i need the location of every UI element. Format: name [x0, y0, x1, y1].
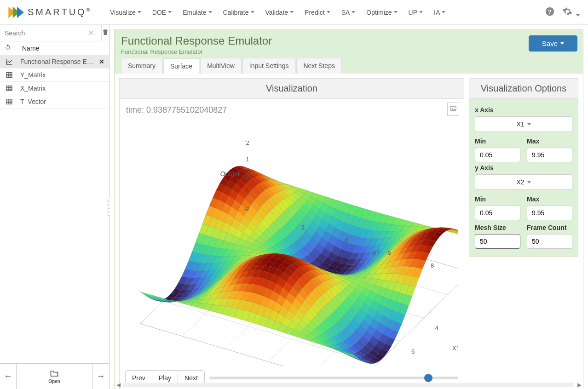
- tree: Functional Response Emula..✕Y_MatrixX_Ma…: [0, 55, 109, 363]
- tree-item[interactable]: X_Matrix: [0, 82, 109, 95]
- save-button[interactable]: Save: [529, 35, 577, 51]
- x-max-input[interactable]: [527, 148, 572, 162]
- logo-icon: [8, 6, 26, 19]
- tree-item-label: T_Vector: [20, 98, 104, 105]
- svg-text:6: 6: [387, 249, 391, 256]
- y-axis-dropdown[interactable]: X2: [475, 174, 572, 190]
- y-axis-label: y Axis: [475, 164, 572, 172]
- top-bar: SMARTUQ® VisualizeDOEEmulateCalibrateVal…: [0, 0, 588, 25]
- gear-icon[interactable]: [562, 6, 580, 18]
- main-panel: Functional Response Emulator Functional …: [110, 25, 588, 389]
- menu-sa[interactable]: SA: [337, 5, 360, 20]
- x-min-input[interactable]: [475, 148, 520, 162]
- close-icon[interactable]: ✕: [99, 58, 104, 65]
- export-image-icon[interactable]: [447, 103, 459, 116]
- surface-plot[interactable]: 210-1-2Output24682468X2X1: [125, 118, 458, 366]
- svg-marker-2: [17, 6, 24, 17]
- chart-icon: [5, 58, 14, 65]
- svg-text:4: 4: [345, 237, 348, 244]
- tree-item-label: Y_Matrix: [20, 71, 104, 79]
- slider-thumb[interactable]: [424, 374, 432, 382]
- svg-text:-1: -1: [244, 189, 249, 196]
- tab-input-settings[interactable]: Input Settings: [242, 58, 296, 74]
- search-input[interactable]: [5, 29, 85, 37]
- open-button[interactable]: Open: [17, 364, 92, 389]
- x-axis-dropdown[interactable]: X1: [475, 116, 572, 132]
- brand-text: SMARTUQ®: [28, 7, 92, 17]
- tree-item[interactable]: Functional Response Emula..✕: [0, 55, 109, 69]
- menu-optimize[interactable]: Optimize: [362, 5, 402, 20]
- table-icon: [5, 85, 14, 92]
- menu-emulate[interactable]: Emulate: [178, 5, 216, 20]
- svg-point-21: [452, 108, 453, 109]
- x-axis-label: x Axis: [475, 106, 572, 114]
- menu-doe[interactable]: DOE: [148, 5, 176, 20]
- tab-multiview[interactable]: MultiView: [200, 58, 242, 74]
- frame-count-input[interactable]: [527, 234, 572, 249]
- sidebar: ✕ Name Functional Response Emula..✕Y_Mat…: [0, 25, 110, 389]
- table-icon: [5, 98, 14, 105]
- refresh-icon[interactable]: [5, 44, 14, 52]
- svg-text:-2: -2: [244, 206, 249, 212]
- folder-icon: [48, 369, 60, 378]
- tab-summary[interactable]: Summary: [121, 58, 162, 74]
- time-label: time: 0.9387755102040827: [126, 105, 458, 115]
- visualization-header: Visualization: [119, 78, 464, 99]
- svg-text:X2: X2: [372, 249, 380, 257]
- horizontal-scrollbar[interactable]: ◀ ▶: [114, 382, 583, 388]
- main-menu: VisualizeDOEEmulateCalibrateValidatePred…: [105, 5, 545, 20]
- menu-visualize[interactable]: Visualize: [105, 5, 146, 20]
- trash-icon[interactable]: [101, 25, 109, 41]
- svg-text:8: 8: [431, 262, 434, 269]
- svg-text:Output: Output: [220, 170, 240, 177]
- svg-rect-5: [6, 73, 12, 78]
- y-min-input[interactable]: [475, 206, 520, 220]
- svg-text:1: 1: [246, 156, 249, 163]
- mesh-size-input[interactable]: [475, 234, 520, 249]
- tab-surface[interactable]: Surface: [163, 58, 199, 74]
- tree-item-label: Functional Response Emula..: [20, 58, 97, 65]
- svg-rect-10: [6, 86, 12, 91]
- svg-text:X1: X1: [452, 344, 458, 352]
- tree-item[interactable]: T_Vector: [0, 95, 109, 109]
- time-slider[interactable]: [209, 373, 458, 383]
- table-icon: [5, 71, 14, 79]
- tree-header-name: Name: [22, 45, 39, 52]
- menu-predict[interactable]: Predict: [300, 5, 335, 20]
- menu-validate[interactable]: Validate: [261, 5, 299, 20]
- panel-subtitle: Functional Response Emulator: [121, 48, 576, 55]
- options-body: x Axis X1 Min Max y Axis X2 Min Max: [469, 99, 578, 257]
- clear-search-icon[interactable]: ✕: [85, 29, 97, 37]
- scroll-right-icon[interactable]: ▶: [575, 382, 583, 388]
- svg-text:2: 2: [301, 224, 305, 231]
- logo: SMARTUQ®: [8, 6, 92, 19]
- y-max-input[interactable]: [527, 206, 572, 220]
- options-header: Visualization Options: [469, 78, 578, 99]
- menu-calibrate[interactable]: Calibrate: [219, 5, 259, 20]
- svg-text:0: 0: [246, 172, 249, 179]
- scroll-left-icon[interactable]: ◀: [114, 382, 122, 388]
- svg-text:4: 4: [435, 325, 438, 332]
- svg-text:6: 6: [411, 348, 415, 355]
- panel-title: Functional Response Emulator: [121, 34, 576, 47]
- menu-up[interactable]: UP: [404, 5, 427, 20]
- tab-next-steps[interactable]: Next Steps: [296, 58, 341, 74]
- tree-item[interactable]: Y_Matrix: [0, 69, 109, 82]
- tree-item-label: X_Matrix: [20, 85, 104, 92]
- svg-text:?: ?: [548, 8, 552, 15]
- tabs: SummarySurfaceMultiViewInput SettingsNex…: [121, 58, 576, 74]
- help-icon[interactable]: ?: [545, 6, 555, 18]
- nav-forward-button[interactable]: →: [92, 364, 109, 389]
- svg-text:2: 2: [246, 139, 249, 146]
- svg-rect-15: [6, 99, 12, 104]
- nav-back-button[interactable]: ←: [0, 364, 17, 389]
- panel-header: Functional Response Emulator Functional …: [115, 30, 583, 74]
- menu-ia[interactable]: IA: [429, 5, 450, 20]
